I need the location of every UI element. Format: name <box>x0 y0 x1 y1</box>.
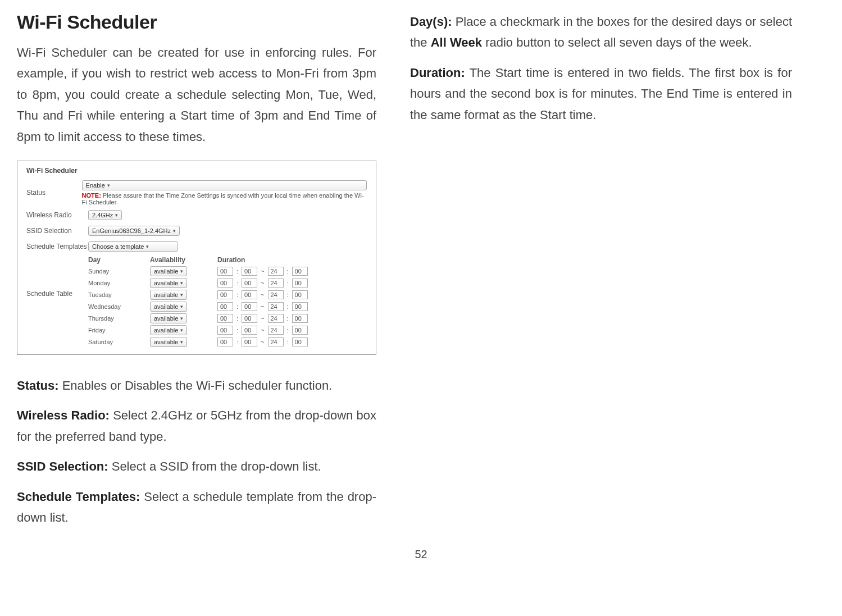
end-hour-input[interactable]: 24 <box>268 314 284 323</box>
availability-select[interactable]: available <box>150 325 187 335</box>
ssid-select[interactable]: EnGenius063C96_1-2.4GHz <box>88 226 180 236</box>
schedule-thead: Day Availability Duration <box>88 256 367 264</box>
templates-select[interactable]: Choose a template <box>88 241 178 252</box>
duration-cell: 00 : 00 ~ 24 : 00 <box>217 314 352 323</box>
colon: : <box>287 280 289 286</box>
end-hour-input[interactable]: 24 <box>268 326 284 335</box>
page-number: 52 <box>17 548 825 561</box>
end-min-input[interactable]: 00 <box>292 290 308 299</box>
end-hour-input[interactable]: 24 <box>268 290 284 299</box>
availability-select[interactable]: available <box>150 302 187 312</box>
duration-cell: 00 : 00 ~ 24 : 00 <box>217 267 352 276</box>
day-cell: Monday <box>88 280 150 286</box>
start-hour-input[interactable]: 00 <box>217 302 233 311</box>
start-min-input[interactable]: 00 <box>242 279 257 288</box>
tilde: ~ <box>261 280 264 286</box>
start-hour-input[interactable]: 00 <box>217 290 233 299</box>
start-min-input[interactable]: 00 <box>242 326 257 335</box>
day-cell: Thursday <box>88 315 150 322</box>
templates-label: Schedule Templates <box>26 243 88 250</box>
colon: : <box>287 339 289 345</box>
end-min-input[interactable]: 00 <box>292 279 308 288</box>
colon: : <box>236 303 238 310</box>
day-cell: Wednesday <box>88 303 150 310</box>
note-label: NOTE: <box>82 192 101 199</box>
end-min-input[interactable]: 00 <box>292 267 308 276</box>
days-def-label: Day(s): <box>410 15 452 29</box>
colon: : <box>236 339 238 345</box>
table-row: Saturday available 00 : 00 ~ 24 : 00 <box>88 337 367 347</box>
day-cell: Saturday <box>88 339 150 345</box>
tilde: ~ <box>261 339 264 345</box>
end-hour-input[interactable]: 24 <box>268 267 284 276</box>
end-hour-input[interactable]: 24 <box>268 337 284 346</box>
availability-select[interactable]: available <box>150 290 187 300</box>
right-column: Day(s): Place a checkmark in the boxes f… <box>410 11 792 537</box>
end-min-input[interactable]: 00 <box>292 314 308 323</box>
ssid-row: SSID Selection EnGenius063C96_1-2.4GHz <box>26 225 367 237</box>
availability-select[interactable]: available <box>150 337 187 347</box>
colon: : <box>287 327 289 334</box>
schedule-body: Sunday available 00 : 00 ~ 24 : 00 Monda… <box>88 266 367 347</box>
ssid-definition: SSID Selection: Select a SSID from the d… <box>17 456 376 477</box>
availability-cell: available <box>150 302 217 312</box>
availability-cell: available <box>150 290 217 300</box>
end-min-input[interactable]: 00 <box>292 326 308 335</box>
left-column: Wi-Fi Scheduler Wi-Fi Scheduler can be c… <box>17 11 376 537</box>
table-row: Wednesday available 00 : 00 ~ 24 : 00 <box>88 302 367 312</box>
duration-def-label: Duration: <box>410 66 465 80</box>
duration-cell: 00 : 00 ~ 24 : 00 <box>217 279 352 288</box>
end-min-input[interactable]: 00 <box>292 302 308 311</box>
day-cell: Friday <box>88 327 150 334</box>
duration-cell: 00 : 00 ~ 24 : 00 <box>217 337 352 346</box>
start-min-input[interactable]: 00 <box>242 302 257 311</box>
status-row: Status Enable NOTE: Please assure that t… <box>26 180 367 206</box>
days-definition: Day(s): Place a checkmark in the boxes f… <box>410 11 792 53</box>
page-container: Wi-Fi Scheduler Wi-Fi Scheduler can be c… <box>17 11 825 537</box>
availability-cell: available <box>150 266 217 276</box>
ss-title: Wi-Fi Scheduler <box>26 167 367 175</box>
colon: : <box>287 303 289 310</box>
availability-select[interactable]: available <box>150 278 187 288</box>
start-hour-input[interactable]: 00 <box>217 314 233 323</box>
colon: : <box>236 327 238 334</box>
status-note: NOTE: Please assure that the Time Zone S… <box>82 192 367 206</box>
ssid-def-label: SSID Selection: <box>17 459 108 473</box>
table-row: Tuesday available 00 : 00 ~ 24 : 00 <box>88 290 367 300</box>
radio-select[interactable]: 2.4GHz <box>88 210 122 220</box>
table-row: Sunday available 00 : 00 ~ 24 : 00 <box>88 266 367 276</box>
day-cell: Tuesday <box>88 291 150 298</box>
colon: : <box>236 280 238 286</box>
start-hour-input[interactable]: 00 <box>217 326 233 335</box>
colon: : <box>287 315 289 322</box>
availability-select[interactable]: available <box>150 266 187 276</box>
tilde: ~ <box>261 327 264 334</box>
availability-cell: available <box>150 325 217 335</box>
templates-definition: Schedule Templates: Select a schedule te… <box>17 486 376 528</box>
availability-cell: available <box>150 313 217 323</box>
duration-cell: 00 : 00 ~ 24 : 00 <box>217 290 352 299</box>
page-title: Wi-Fi Scheduler <box>17 11 376 33</box>
availability-cell: available <box>150 278 217 288</box>
availability-select[interactable]: available <box>150 313 187 323</box>
start-min-input[interactable]: 00 <box>242 337 257 346</box>
start-min-input[interactable]: 00 <box>242 290 257 299</box>
status-select[interactable]: Enable <box>82 180 367 190</box>
end-hour-input[interactable]: 24 <box>268 302 284 311</box>
note-text: Please assure that the Time Zone Setting… <box>82 192 364 206</box>
start-hour-input[interactable]: 00 <box>217 337 233 346</box>
tilde: ~ <box>261 268 264 275</box>
status-label: Status <box>26 189 82 197</box>
table-row: Monday available 00 : 00 ~ 24 : 00 <box>88 278 367 288</box>
th-availability: Availability <box>150 256 217 264</box>
start-min-input[interactable]: 00 <box>242 267 257 276</box>
end-min-input[interactable]: 00 <box>292 337 308 346</box>
start-hour-input[interactable]: 00 <box>217 267 233 276</box>
duration-cell: 00 : 00 ~ 24 : 00 <box>217 326 352 335</box>
start-min-input[interactable]: 00 <box>242 314 257 323</box>
day-cell: Sunday <box>88 268 150 275</box>
ssid-label: SSID Selection <box>26 227 88 235</box>
colon: : <box>287 291 289 298</box>
start-hour-input[interactable]: 00 <box>217 279 233 288</box>
end-hour-input[interactable]: 24 <box>268 279 284 288</box>
